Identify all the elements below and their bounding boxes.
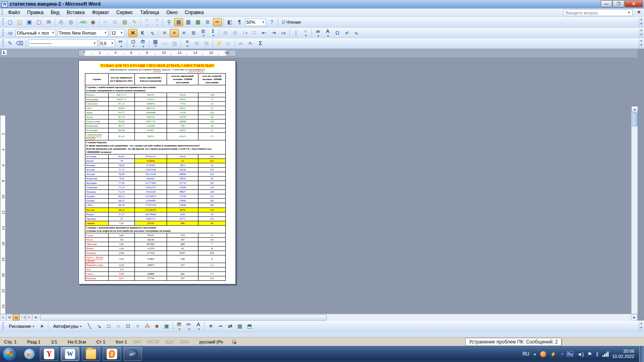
- value-cell[interactable]: 19526: [167, 168, 198, 172]
- taskbar-explorer-button[interactable]: [82, 347, 100, 361]
- value-cell[interactable]: 281: [198, 199, 226, 203]
- value-cell[interactable]: 13676: [167, 115, 198, 119]
- size-combo[interactable]: 12▼: [110, 29, 124, 37]
- numbering-icon[interactable]: ⋮≡: [240, 29, 249, 37]
- value-cell[interactable]: 10771: [167, 216, 198, 221]
- chevron-down-icon[interactable]: ▼: [92, 41, 96, 45]
- status-language[interactable]: русский (Ро: [199, 339, 223, 344]
- close-button[interactable]: ✕: [625, 0, 643, 7]
- value-cell[interactable]: 78: [108, 159, 134, 163]
- country-cell[interactable]: Камбоджа: [85, 124, 109, 128]
- view-normal-button[interactable]: ≡: [0, 314, 6, 321]
- value-cell[interactable]: 13128679: [134, 208, 167, 212]
- line-style-icon[interactable]: ≡: [206, 322, 215, 330]
- style-combo[interactable]: Обычный + пол▼: [16, 29, 56, 37]
- arrow-icon[interactable]: ↘: [95, 322, 103, 330]
- value-cell[interactable]: 348141: [134, 115, 167, 119]
- arrow-style-icon[interactable]: ⇄: [226, 322, 235, 330]
- restore-button[interactable]: ❐: [613, 0, 624, 7]
- distribute-rows-icon[interactable]: ⊞: [192, 39, 201, 47]
- volume-icon[interactable]: ◄): [577, 351, 584, 357]
- minimize-button[interactable]: —: [601, 0, 612, 7]
- line-spacing-icon[interactable]: ⇕▼: [208, 29, 217, 37]
- font-combo[interactable]: Times New Roman▼: [58, 29, 108, 37]
- value-cell[interactable]: 75,53: [108, 185, 134, 190]
- value-cell[interactable]: 128: [198, 93, 226, 97]
- value-cell[interactable]: 8: [198, 246, 226, 251]
- value-cell[interactable]: 59345: [134, 233, 167, 237]
- styles-pane-icon[interactable]: А̲а: [6, 29, 14, 37]
- value-cell[interactable]: 1,41: [108, 246, 134, 251]
- country-cell[interactable]: Турция: [85, 194, 109, 199]
- highlight-icon[interactable]: ab▼: [314, 29, 322, 37]
- value-cell[interactable]: 2997770: [134, 119, 167, 124]
- value-cell[interactable]: 52243: [134, 221, 167, 225]
- country-cell[interactable]: Россия: [85, 208, 109, 212]
- value-cell[interactable]: 21177663: [134, 181, 167, 185]
- menu-item-вид[interactable]: Вид: [47, 9, 63, 16]
- line-weight-combo[interactable]: 0,5▼: [99, 39, 115, 47]
- question-close-icon[interactable]: ✕: [637, 10, 641, 15]
- chevron-down-icon[interactable]: ▼: [627, 11, 631, 14]
- value-cell[interactable]: 29888: [134, 272, 167, 276]
- value-cell[interactable]: 87,14: [108, 115, 134, 119]
- value-cell[interactable]: 3316228: [134, 190, 167, 194]
- value-cell[interactable]: 247: [198, 168, 226, 172]
- italic-icon[interactable]: К: [138, 29, 147, 37]
- value-cell[interactable]: 259: [198, 251, 226, 255]
- value-cell[interactable]: 88,72 %: [108, 93, 134, 97]
- document-page[interactable]: ТОЛЬКО ДЛЯ ТЕХ КТО ЕЩЁ СПОСОБЕН ДУМАТЬ С…: [78, 60, 236, 284]
- status-mode-зам[interactable]: ЗАМ: [180, 339, 189, 344]
- line-icon[interactable]: ╲: [85, 322, 94, 330]
- clipart-icon[interactable]: ☻: [153, 322, 161, 330]
- country-cell[interactable]: Мальта: [85, 93, 109, 97]
- drawing-icon[interactable]: ✏: [213, 18, 222, 26]
- chevron-down-icon[interactable]: ▼: [305, 34, 308, 37]
- taskbar-sputnik-button[interactable]: [124, 347, 142, 361]
- value-cell[interactable]: 73: [198, 97, 226, 102]
- view-web-button[interactable]: ⧉: [6, 314, 13, 321]
- menu-item-таблица[interactable]: Таблица: [136, 9, 163, 16]
- show-paragraph-icon[interactable]: ¶: [235, 18, 244, 26]
- country-cell[interactable]: Израиль: [85, 190, 109, 194]
- spelling-status-icon[interactable]: ⌸✗: [232, 339, 235, 345]
- value-cell[interactable]: [198, 267, 226, 272]
- value-cell[interactable]: 5,46: [108, 221, 134, 225]
- tray-expand-icon[interactable]: ▲: [533, 352, 537, 356]
- value-cell[interactable]: 89,69: [108, 119, 134, 124]
- chevron-down-icon[interactable]: ▼: [317, 35, 320, 37]
- value-cell[interactable]: 85,43: [108, 133, 134, 140]
- align-left-icon[interactable]: ≡: [160, 29, 169, 37]
- vertical-text-icon[interactable]: ∥: [291, 29, 300, 37]
- country-cell[interactable]: Папуа – Новая Гвинея: [85, 255, 109, 263]
- save-icon[interactable]: ▣: [25, 18, 34, 26]
- chevron-down-icon[interactable]: ▼: [212, 34, 215, 37]
- rectangle-icon[interactable]: □: [104, 322, 113, 330]
- value-cell[interactable]: 39265: [167, 97, 198, 102]
- value-cell[interactable]: 94,05 %: [108, 97, 134, 102]
- value-cell[interactable]: 28684: [167, 172, 198, 177]
- value-cell[interactable]: 306: [167, 221, 198, 225]
- cut-icon[interactable]: ✂: [101, 18, 110, 26]
- country-cell[interactable]: Сингапур: [85, 102, 109, 106]
- value-cell[interactable]: 31733: [167, 181, 198, 185]
- chevron-down-icon[interactable]: ▼: [120, 45, 123, 48]
- value-cell[interactable]: 428954: [134, 102, 167, 106]
- email-icon[interactable]: ✉: [44, 18, 53, 26]
- value-cell[interactable]: 29: [198, 177, 226, 181]
- country-cell[interactable]: Норвегия: [85, 177, 109, 181]
- value-cell[interactable]: 2109999: [134, 199, 167, 203]
- section-header-cell[interactable]: Страны Европы(Сирия приведена для сравне…: [85, 140, 226, 154]
- help-icon[interactable]: ?: [267, 18, 276, 26]
- value-cell[interactable]: 11832331: [134, 185, 167, 190]
- value-cell[interactable]: 3,9: [108, 237, 134, 242]
- value-cell[interactable]: 76,8: [108, 177, 134, 181]
- table-header-cell[interactable]: кол-во привитых на 9 февраля 2022: [108, 74, 134, 85]
- picture-icon[interactable]: ▣: [162, 322, 171, 330]
- clock[interactable]: 20:06 10.02.2022: [612, 349, 638, 359]
- value-cell[interactable]: 2,94: [108, 251, 134, 255]
- value-cell[interactable]: 93,57: [108, 111, 134, 115]
- country-cell[interactable]: Сейшельские острова: [85, 133, 109, 140]
- country-cell[interactable]: Мальдивы: [85, 97, 109, 102]
- country-cell[interactable]: Греция: [85, 199, 109, 203]
